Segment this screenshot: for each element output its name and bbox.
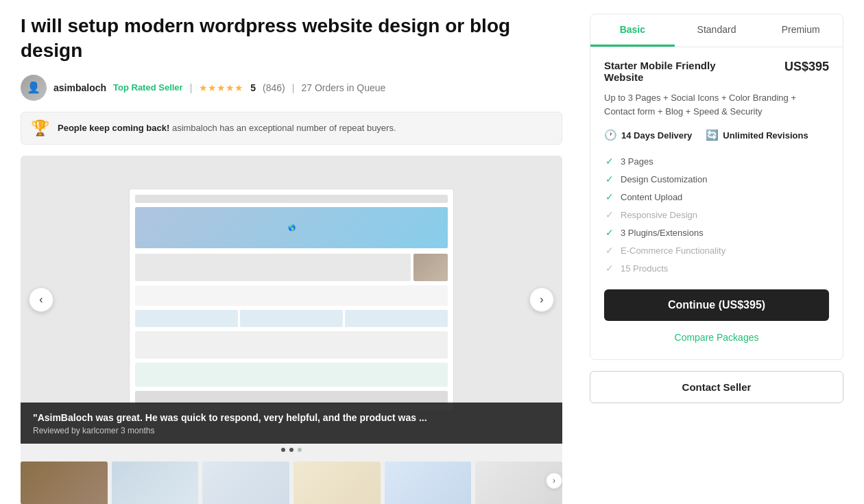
- mock-instagram: [135, 363, 448, 387]
- check-icon-1: ✓: [604, 156, 615, 167]
- feature-label-5: 3 Plugins/Extensions: [621, 228, 704, 238]
- rating-value: 5: [250, 82, 256, 93]
- thumbnail-1[interactable]: [21, 461, 108, 504]
- thumbnails-row: ›: [21, 456, 562, 504]
- repeat-buyers-banner: 🏆 People keep coming back! asimbaloch ha…: [21, 112, 562, 145]
- gallery-prev-button[interactable]: ‹: [29, 287, 53, 312]
- package-name: Starter Mobile Friendly Website: [604, 60, 741, 83]
- refresh-icon: 🔄: [706, 129, 719, 141]
- package-tabs: Basic Standard Premium: [590, 14, 843, 47]
- package-meta: 🕐 14 Days Delivery 🔄 Unlimited Revisions: [604, 129, 829, 141]
- review-quote: "AsimBaloch was great. He was quick to r…: [33, 412, 550, 423]
- check-icon-2: ✓: [604, 173, 615, 184]
- check-icon-6: ✓: [604, 245, 615, 256]
- dots-indicator: [21, 444, 562, 456]
- review-overlay: "AsimBaloch was great. He was quick to r…: [21, 403, 562, 444]
- package-header-row: Starter Mobile Friendly Website US$395: [604, 60, 829, 83]
- delivery-label: 14 Days Delivery: [621, 130, 692, 141]
- star-rating: ★★★★★: [199, 82, 243, 93]
- feature-ecommerce: ✓ E-Commerce Functionality: [604, 241, 829, 259]
- mock-hero: 🌎: [135, 207, 448, 248]
- thumbnail-3[interactable]: [202, 461, 289, 504]
- gallery-container: ‹ 🌎: [21, 156, 562, 504]
- package-content: Starter Mobile Friendly Website US$395 U…: [590, 47, 843, 359]
- clock-icon: 🕐: [604, 129, 617, 141]
- continue-button[interactable]: Continue (US$395): [604, 289, 829, 321]
- trophy-icon: 🏆: [31, 119, 49, 137]
- feature-products: ✓ 15 Products: [604, 259, 829, 277]
- thumbnail-5[interactable]: [385, 461, 472, 504]
- review-count: (846): [263, 82, 285, 93]
- website-preview: 🌎: [129, 189, 454, 411]
- compare-packages-link[interactable]: Compare Packages: [604, 329, 829, 347]
- feature-label-4: Responsive Design: [621, 210, 697, 220]
- repeat-buyers-highlight: People keep coming back!: [58, 123, 169, 133]
- thumbnail-2[interactable]: [112, 461, 199, 504]
- orders-queue: 27 Orders in Queue: [301, 82, 385, 93]
- feature-label-6: E-Commerce Functionality: [621, 245, 725, 256]
- repeat-buyers-detail-text: asimbaloch has an exceptional number of …: [172, 123, 396, 133]
- package-price: US$395: [784, 60, 829, 74]
- package-description: Up to 3 Pages + Social Icons + Color Bra…: [604, 91, 829, 118]
- repeat-buyers-text: People keep coming back! asimbaloch has …: [58, 123, 396, 133]
- right-column: Basic Standard Premium Starter Mobile Fr…: [590, 14, 843, 504]
- revisions-info: 🔄 Unlimited Revisions: [706, 129, 808, 141]
- main-image: ‹ 🌎: [21, 156, 562, 444]
- feature-label-2: Design Customization: [621, 174, 707, 184]
- seller-name[interactable]: asimbaloch: [53, 82, 106, 93]
- dot-1: [281, 448, 285, 452]
- review-meta: Reviewed by karlcomer 3 months: [33, 426, 550, 435]
- mock-nav: [135, 195, 448, 203]
- feature-responsive-design: ✓ Responsive Design: [604, 206, 829, 224]
- feature-plugins: ✓ 3 Plugins/Extensions: [604, 224, 829, 241]
- feature-3-pages: ✓ 3 Pages: [604, 152, 829, 170]
- features-list: ✓ 3 Pages ✓ Design Customization ✓ Conte…: [604, 152, 829, 277]
- gallery-next-button[interactable]: ›: [529, 287, 554, 312]
- feature-design-customization: ✓ Design Customization: [604, 170, 829, 188]
- avatar-image: 👤: [21, 75, 47, 101]
- feature-content-upload: ✓ Content Upload: [604, 188, 829, 206]
- check-icon-4: ✓: [604, 209, 615, 220]
- thumbnails-next-button[interactable]: ›: [546, 472, 562, 489]
- mock-cards: [135, 310, 448, 327]
- dot-2: [289, 448, 293, 452]
- tab-basic[interactable]: Basic: [590, 14, 675, 47]
- check-icon-3: ✓: [604, 191, 615, 202]
- feature-label-1: 3 Pages: [621, 156, 653, 167]
- check-icon-7: ✓: [604, 263, 615, 274]
- avatar: 👤: [21, 75, 47, 101]
- page-title: I will setup modern wordpress website de…: [21, 14, 562, 64]
- revisions-label: Unlimited Revisions: [723, 130, 808, 141]
- package-widget: Basic Standard Premium Starter Mobile Fr…: [590, 14, 843, 360]
- check-icon-5: ✓: [604, 227, 615, 238]
- divider: |: [190, 82, 193, 93]
- contact-seller-button[interactable]: Contact Seller: [590, 371, 843, 403]
- feature-label-3: Content Upload: [621, 192, 682, 202]
- thumbnail-4[interactable]: [293, 461, 381, 504]
- dot-3: [298, 448, 302, 452]
- mock-about-row: [135, 254, 448, 281]
- delivery-info: 🕐 14 Days Delivery: [604, 129, 692, 141]
- top-rated-badge: Top Rated Seller: [113, 82, 183, 93]
- seller-info-bar: 👤 asimbaloch Top Rated Seller | ★★★★★ 5 …: [21, 75, 562, 101]
- mock-blog: [135, 331, 448, 359]
- feature-label-7: 15 Products: [621, 263, 668, 274]
- tab-premium[interactable]: Premium: [758, 14, 843, 47]
- tab-standard[interactable]: Standard: [675, 14, 759, 47]
- divider-2: |: [292, 82, 295, 93]
- mock-services: [135, 285, 448, 306]
